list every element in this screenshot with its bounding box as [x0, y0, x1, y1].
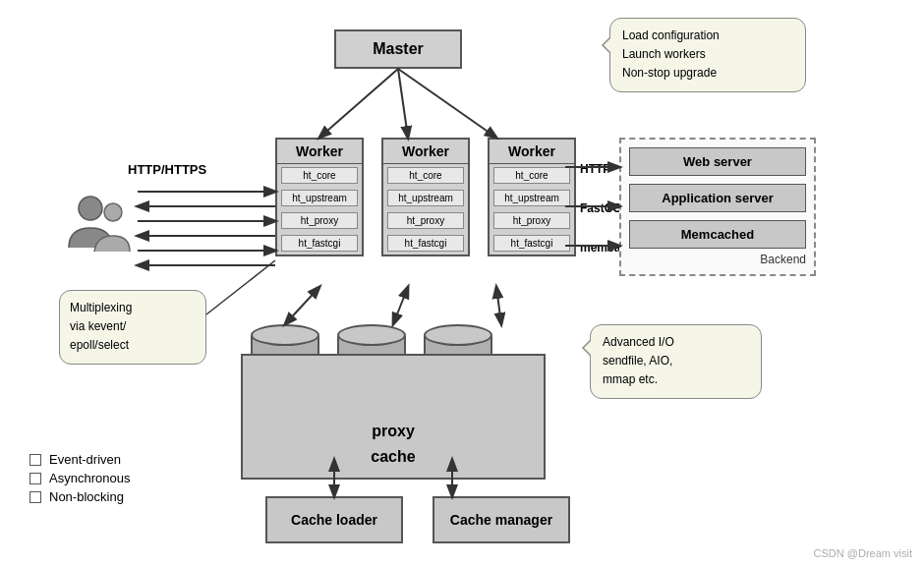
legend-square-1: [29, 454, 41, 466]
svg-line-19: [206, 260, 275, 314]
legend-item-3: Non-blocking: [29, 489, 130, 504]
worker-box-2: Worker ht_core ht_upstream ht_proxy ht_f…: [381, 138, 470, 256]
web-server-box: Web server: [629, 147, 806, 176]
legend-label-2: Asynchronous: [49, 471, 130, 485]
legend-item-1: Event-driven: [29, 452, 130, 467]
worker-3-title: Worker: [490, 140, 574, 164]
cache-loader-box: Cache loader: [265, 496, 403, 543]
worker-3-mod-2: ht_upstream: [493, 190, 570, 206]
worker-group: Worker ht_core ht_upstream ht_proxy ht_f…: [275, 138, 576, 256]
diagram-container: Master Load configuration Launch workers…: [0, 0, 924, 567]
worker-1-mod-1: ht_core: [281, 167, 358, 184]
svg-line-2: [319, 69, 398, 138]
worker-2-mod-4: ht_fastcgi: [387, 235, 464, 252]
legend: Event-driven Asynchronous Non-blocking: [29, 452, 130, 508]
worker-2-mod-1: ht_core: [387, 167, 464, 184]
worker-3-mod-3: ht_proxy: [493, 212, 570, 229]
worker-1-mod-4: ht_fastcgi: [281, 235, 358, 252]
worker-1-mod-2: ht_upstream: [281, 190, 358, 206]
svg-line-6: [393, 287, 408, 324]
cylinder-1-top: [251, 324, 319, 346]
master-label: Master: [373, 40, 424, 58]
svg-point-0: [79, 197, 102, 220]
speech-line-1: Load configuration: [622, 27, 793, 45]
worker-1-mod-3: ht_proxy: [281, 212, 358, 229]
backend-container: Web server Application server Memcached …: [619, 138, 816, 276]
proxy-cache-label-2: cache: [371, 448, 415, 466]
worker-box-1: Worker ht_core ht_upstream ht_proxy ht_f…: [275, 138, 364, 256]
proxy-cache-area: proxy cache: [241, 354, 546, 480]
io-line-3: mmap etc.: [603, 370, 749, 389]
speech-bubble-master: Load configuration Launch workers Non-st…: [609, 18, 806, 92]
cylinder-3-top: [424, 324, 492, 346]
worker-3-mod-1: ht_core: [493, 167, 570, 184]
cylinder-2-top: [337, 324, 406, 346]
app-server-box: Application server: [629, 184, 806, 212]
backend-label: Backend: [629, 253, 806, 266]
cache-bottom-row: Cache loader Cache manager: [265, 496, 570, 543]
legend-square-2: [29, 473, 41, 484]
svg-line-3: [398, 69, 408, 138]
speech-line-2: Launch workers: [622, 45, 793, 64]
http-https-label: HTTP/HTTPS: [128, 162, 206, 177]
svg-point-1: [104, 203, 122, 221]
watermark: CSDN @Dream visit: [814, 547, 912, 559]
users-icon: [59, 187, 138, 268]
legend-item-2: Asynchronous: [29, 471, 130, 485]
http-arrow-label: HTTP: [580, 162, 610, 176]
worker-2-mod-3: ht_proxy: [387, 212, 464, 229]
proxy-cache-label-1: proxy: [372, 423, 415, 440]
io-line-2: sendfile, AIO,: [603, 352, 749, 370]
cache-manager-box: Cache manager: [433, 496, 570, 543]
worker-3-mod-4: ht_fastcgi: [493, 235, 570, 252]
mux-bubble: Multiplexing via kevent/ epoll/select: [59, 290, 206, 365]
mux-line-3: epoll/select: [70, 336, 196, 355]
io-bubble: Advanced I/O sendfile, AIO, mmap etc.: [590, 324, 762, 399]
worker-2-mod-2: ht_upstream: [387, 190, 464, 206]
io-line-1: Advanced I/O: [603, 333, 749, 352]
legend-label-3: Non-blocking: [49, 489, 124, 504]
legend-label-1: Event-driven: [49, 452, 121, 467]
worker-2-title: Worker: [383, 140, 468, 164]
memcached-box: Memcached: [629, 220, 806, 249]
worker-box-3: Worker ht_core ht_upstream ht_proxy ht_f…: [488, 138, 576, 256]
svg-line-4: [398, 69, 496, 138]
master-box: Master: [334, 29, 462, 69]
mux-line-2: via kevent/: [70, 317, 196, 336]
svg-line-5: [285, 287, 319, 324]
worker-1-title: Worker: [277, 140, 362, 164]
legend-square-3: [29, 491, 41, 503]
svg-line-7: [496, 287, 501, 324]
speech-line-3: Non-stop upgrade: [622, 64, 793, 83]
mux-line-1: Multiplexing: [70, 299, 196, 317]
